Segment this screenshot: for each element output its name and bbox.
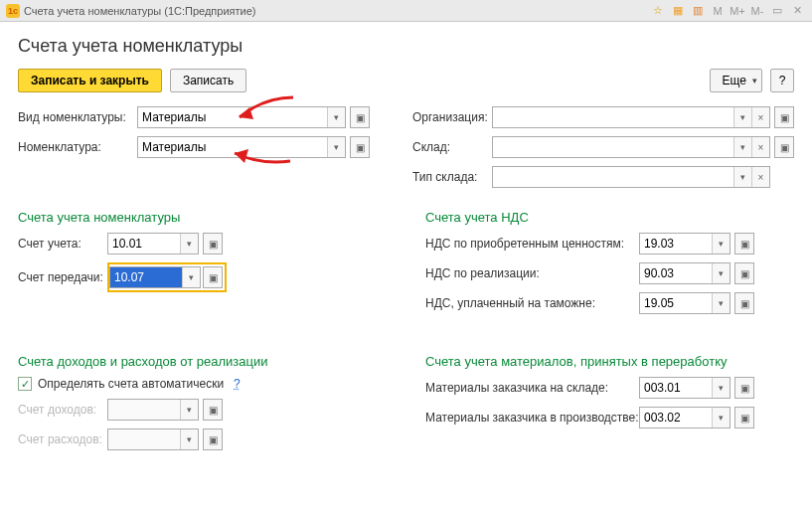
nds-tam-label: НДС, уплаченный на таможне:	[425, 296, 639, 310]
tip-sklada-input[interactable]: ▾ ×	[492, 166, 770, 188]
schet-rashodov-field	[108, 429, 180, 449]
tip-sklada-field[interactable]	[493, 167, 733, 187]
expand-icon[interactable]: ▣	[734, 292, 754, 314]
chevron-down-icon[interactable]: ▾	[712, 378, 730, 398]
auto-label: Определять счета автоматически	[38, 377, 224, 391]
chevron-down-icon[interactable]: ▾	[327, 107, 345, 127]
section-nds-title: Счета учета НДС	[425, 210, 794, 225]
calculator-icon[interactable]: ▦	[669, 3, 687, 19]
section-accounts-title: Счета учета номенклатуры	[18, 210, 396, 225]
sklad-input[interactable]: ▾ ×	[492, 136, 770, 158]
title-bar: 1c Счета учета номенклатуры (1С:Предприя…	[0, 0, 812, 22]
auto-checkbox[interactable]: ✓	[18, 377, 32, 391]
nds-prio-label: НДС по приобретенным ценностям:	[425, 237, 639, 251]
schet-rashodov-label: Счет расходов:	[18, 432, 107, 446]
organizatsiya-input[interactable]: ▾ ×	[492, 106, 770, 128]
organizatsiya-field[interactable]	[493, 107, 733, 127]
nds-real-input[interactable]: ▾	[639, 262, 731, 284]
toolbar: Записать и закрыть Записать Еще ▾ ?	[18, 69, 794, 92]
expand-icon[interactable]: ▣	[734, 407, 754, 428]
clear-icon[interactable]: ×	[751, 107, 769, 127]
schet-dohodov-label: Счет доходов:	[18, 403, 107, 417]
tip-sklada-label: Тип склада:	[412, 170, 492, 184]
m-icon[interactable]: M	[709, 3, 727, 19]
schet-dohodov-input: ▾	[107, 399, 199, 421]
chevron-down-icon: ▾	[180, 429, 198, 449]
expand-icon[interactable]: ▣	[734, 377, 754, 399]
m-plus-icon[interactable]: M+	[729, 3, 746, 19]
help-icon[interactable]: ?	[234, 377, 241, 391]
app-icon: 1c	[6, 4, 20, 18]
chevron-down-icon[interactable]: ▾	[712, 234, 730, 254]
vid-nomenklatury-label: Вид номенклатуры:	[18, 110, 137, 124]
expand-icon[interactable]: ▣	[203, 233, 223, 255]
nds-prio-field[interactable]	[640, 234, 712, 254]
page-title: Счета учета номенклатуры	[18, 36, 794, 57]
schet-peredachi-label: Счет передачи:	[18, 270, 107, 284]
section-materials-title: Счета учета материалов, принятых в перер…	[425, 354, 794, 369]
vid-nomenklatury-field[interactable]	[138, 107, 327, 127]
expand-icon[interactable]: ▣	[774, 106, 794, 128]
schet-peredachi-field[interactable]	[110, 267, 182, 287]
chevron-down-icon[interactable]: ▾	[733, 137, 751, 157]
nomenklatura-field[interactable]	[138, 137, 327, 157]
chevron-down-icon[interactable]: ▾	[327, 137, 345, 157]
vid-nomenklatury-input[interactable]: ▾	[137, 106, 346, 128]
nds-tam-input[interactable]: ▾	[639, 292, 731, 314]
chevron-down-icon[interactable]: ▾	[733, 107, 751, 127]
expand-icon[interactable]: ▣	[734, 262, 754, 284]
organizatsiya-label: Организация:	[412, 110, 492, 124]
expand-icon[interactable]: ▣	[774, 136, 794, 158]
expand-icon[interactable]: ▣	[734, 233, 754, 255]
expand-icon[interactable]: ▣	[203, 266, 223, 288]
chevron-down-icon[interactable]: ▾	[712, 408, 730, 428]
more-label: Еще	[723, 74, 746, 87]
clear-icon[interactable]: ×	[751, 137, 769, 157]
nomenklatura-label: Номенклатура:	[18, 140, 137, 154]
close-icon[interactable]: ✕	[788, 3, 806, 19]
nds-tam-field[interactable]	[640, 293, 712, 313]
schet-ucheta-input[interactable]: ▾	[107, 233, 199, 255]
mat-sklad-input[interactable]: ▾	[639, 377, 731, 399]
window-title: Счета учета номенклатуры (1С:Предприятие…	[24, 5, 256, 17]
schet-ucheta-label: Счет учета:	[18, 237, 107, 251]
help-button[interactable]: ?	[770, 69, 794, 92]
mat-sklad-field[interactable]	[640, 378, 712, 398]
chevron-down-icon[interactable]: ▾	[180, 234, 198, 254]
mat-proizv-input[interactable]: ▾	[639, 407, 731, 428]
chevron-down-icon: ▾	[180, 400, 198, 420]
expand-icon[interactable]: ▣	[350, 136, 370, 158]
chevron-down-icon[interactable]: ▾	[712, 293, 730, 313]
schet-dohodov-field	[108, 400, 180, 420]
mat-sklad-label: Материалы заказчика на складе:	[425, 381, 639, 395]
expand-icon: ▣	[203, 428, 223, 450]
calendar-icon[interactable]: ▥	[689, 3, 707, 19]
favorite-icon[interactable]: ☆	[649, 3, 667, 19]
chevron-down-icon[interactable]: ▾	[182, 267, 200, 287]
save-close-button[interactable]: Записать и закрыть	[18, 69, 162, 92]
nds-real-label: НДС по реализации:	[425, 266, 639, 280]
expand-icon: ▣	[203, 399, 223, 421]
more-button[interactable]: Еще ▾	[710, 69, 762, 92]
sklad-label: Склад:	[412, 140, 492, 154]
section-income-title: Счета доходов и расходов от реализации	[18, 354, 396, 369]
schet-peredachi-input[interactable]: ▾	[109, 266, 201, 288]
nomenklatura-input[interactable]: ▾	[137, 136, 346, 158]
mat-proizv-field[interactable]	[640, 408, 712, 428]
mat-proizv-label: Материалы заказчика в производстве:	[425, 411, 639, 425]
highlighted-field: ▾ ▣	[107, 262, 227, 292]
chevron-down-icon: ▾	[752, 76, 757, 86]
nds-prio-input[interactable]: ▾	[639, 233, 731, 255]
minimize-icon[interactable]: ▭	[768, 3, 786, 19]
sklad-field[interactable]	[493, 137, 733, 157]
expand-icon[interactable]: ▣	[350, 106, 370, 128]
chevron-down-icon[interactable]: ▾	[712, 263, 730, 283]
save-button[interactable]: Записать	[170, 69, 246, 92]
chevron-down-icon[interactable]: ▾	[733, 167, 751, 187]
schet-rashodov-input: ▾	[107, 428, 199, 450]
schet-ucheta-field[interactable]	[108, 234, 180, 254]
m-minus-icon[interactable]: M-	[748, 3, 766, 19]
clear-icon[interactable]: ×	[751, 167, 769, 187]
nds-real-field[interactable]	[640, 263, 712, 283]
